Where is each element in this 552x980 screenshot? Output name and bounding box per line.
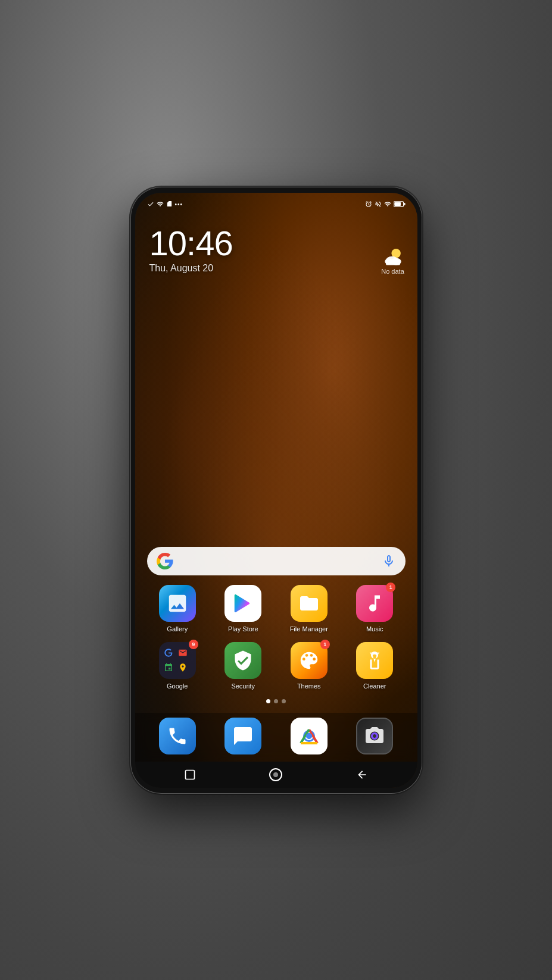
weather-icon (381, 245, 406, 267)
mute-icon (375, 201, 382, 209)
nav-bar (135, 762, 417, 788)
app-label-filemanager: File Manager (290, 625, 328, 633)
alarm-icon (365, 201, 372, 209)
nav-recents-button[interactable] (180, 765, 199, 784)
app-icon-playstore (224, 585, 261, 622)
app-icon-wrapper-gallery (159, 585, 196, 622)
more-icon: ••• (175, 201, 183, 208)
app-label-music: Music (366, 625, 383, 633)
dock-item-messages[interactable] (213, 718, 274, 754)
svg-rect-2 (404, 202, 405, 205)
app-item-filemanager[interactable]: File Manager (279, 585, 340, 633)
app-grid-row2: 9 Google (135, 642, 417, 690)
dock-icon-phone (159, 718, 196, 754)
phone-screen: ••• (135, 193, 417, 788)
app-label-google: Google (167, 682, 188, 690)
time-display: 10:46 (149, 226, 403, 261)
google-badge: 9 (189, 640, 198, 649)
music-badge: 1 (386, 583, 395, 592)
app-item-themes[interactable]: 1 Themes (279, 642, 340, 690)
status-bar: ••• (135, 193, 417, 214)
themes-badge: 1 (320, 640, 330, 649)
app-icon-wrapper-filemanager (291, 585, 328, 622)
search-bar-container (135, 547, 417, 575)
dock-item-phone[interactable] (147, 718, 208, 754)
page-indicators (135, 699, 417, 703)
dock-icon-camera (356, 718, 393, 754)
app-label-security: Security (231, 682, 255, 690)
top-area: 10:46 Thu, August 20 No data (135, 214, 417, 547)
app-icon-wrapper-google: 9 (159, 642, 196, 679)
app-item-playstore[interactable]: Play Store (213, 585, 274, 633)
svg-rect-7 (386, 259, 400, 265)
app-icon-wrapper-playstore (224, 585, 261, 622)
app-item-gallery[interactable]: Gallery (147, 585, 208, 633)
svg-rect-1 (394, 202, 401, 206)
page-dot-3[interactable] (282, 699, 286, 703)
page-dot-1[interactable] (266, 699, 270, 703)
battery-icon (394, 201, 406, 209)
app-label-playstore: Play Store (228, 625, 258, 633)
phone-device: ••• (130, 187, 422, 794)
svg-point-14 (273, 772, 278, 777)
app-label-themes: Themes (297, 682, 321, 690)
status-bar-left: ••• (147, 201, 183, 209)
svg-point-11 (306, 733, 312, 739)
app-icon-security (224, 642, 261, 679)
dock-icon-messages (224, 718, 261, 754)
app-icon-filemanager (291, 585, 328, 622)
weather-widget: No data (381, 245, 406, 275)
nav-home-button[interactable] (266, 765, 285, 784)
svg-rect-12 (185, 770, 194, 779)
app-item-security[interactable]: Security (213, 642, 274, 690)
screen-content: ••• (135, 193, 417, 788)
app-icon-wrapper-themes: 1 (291, 642, 328, 679)
nav-back-button[interactable] (353, 765, 372, 784)
app-item-google[interactable]: 9 Google (147, 642, 208, 690)
page-dot-2[interactable] (274, 699, 278, 703)
app-item-music[interactable]: 1 Music (344, 585, 406, 633)
sim-icon (166, 201, 173, 208)
app-grid-row1: Gallery (135, 585, 417, 633)
dock (135, 713, 417, 762)
signal-icon (157, 201, 164, 209)
app-icon-cleaner (356, 642, 393, 679)
wifi-icon (384, 201, 391, 209)
app-icon-gallery (159, 585, 196, 622)
dock-item-camera[interactable] (344, 718, 406, 754)
time-widget: 10:46 Thu, August 20 (135, 214, 417, 274)
mic-icon (382, 554, 396, 568)
dock-icon-chrome (291, 718, 328, 754)
date-display: Thu, August 20 (149, 263, 403, 274)
app-icon-wrapper-cleaner (356, 642, 393, 679)
status-bar-right (365, 201, 406, 209)
google-logo (157, 553, 173, 569)
verified-icon (147, 201, 154, 209)
search-bar[interactable] (147, 547, 406, 575)
app-icon-wrapper-security (224, 642, 261, 679)
app-item-cleaner[interactable]: Cleaner (344, 642, 406, 690)
app-icon-wrapper-music: 1 (356, 585, 393, 622)
weather-label: No data (381, 268, 404, 275)
dock-item-chrome[interactable] (279, 718, 340, 754)
app-label-cleaner: Cleaner (363, 682, 386, 690)
app-label-gallery: Gallery (167, 625, 188, 633)
